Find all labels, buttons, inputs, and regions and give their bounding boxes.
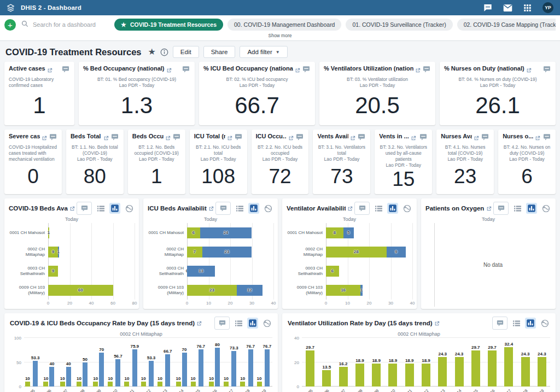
open-in-app-icon[interactable] (486, 204, 492, 214)
bar[interactable] (141, 382, 146, 387)
bar-group[interactable]: 24.3 (451, 338, 467, 387)
interpretation-chat-icon[interactable] (182, 65, 190, 75)
bar[interactable] (132, 349, 137, 387)
view-as-table-icon[interactable] (512, 203, 523, 214)
bar-group[interactable]: 18.9 (368, 338, 384, 387)
interpretation-chat-icon[interactable] (214, 317, 230, 330)
bar[interactable] (231, 351, 236, 387)
messages-icon[interactable] (503, 4, 512, 12)
bar-group[interactable]: 1075.9 (124, 338, 140, 387)
bar-group[interactable]: 1040 (57, 338, 74, 387)
bar[interactable] (257, 382, 262, 387)
view-as-table-icon[interactable] (511, 318, 522, 329)
bar-segment[interactable]: 23 (202, 247, 252, 258)
bar[interactable] (248, 349, 253, 387)
bar[interactable] (149, 361, 154, 387)
interpretation-chat-icon[interactable] (542, 133, 551, 143)
interpretation-chat-icon[interactable] (492, 317, 508, 330)
bar-segment[interactable]: 60 (48, 285, 113, 296)
bar-segment[interactable]: 23 (187, 285, 237, 296)
view-as-chart-icon[interactable] (248, 203, 259, 214)
bar[interactable] (322, 370, 331, 387)
interpretation-chat-icon[interactable] (481, 133, 489, 143)
view-as-chart-icon[interactable] (247, 318, 258, 329)
bar-segment[interactable]: 5 (343, 227, 354, 238)
interpretation-chat-icon[interactable] (77, 202, 92, 215)
bar-group[interactable]: 13.5 (318, 338, 335, 387)
bar[interactable] (191, 382, 196, 387)
bar[interactable] (438, 357, 447, 387)
interpretations-icon[interactable] (483, 3, 492, 12)
view-as-chart-icon[interactable] (387, 203, 398, 214)
dashboard-chip[interactable]: 00. COVID-19 Management Dashboard (228, 19, 341, 31)
interpretation-chat-icon[interactable] (302, 65, 311, 75)
open-in-app-icon[interactable] (295, 66, 300, 75)
bar[interactable] (83, 362, 88, 387)
open-in-app-icon[interactable] (526, 66, 532, 75)
bar[interactable] (405, 364, 414, 387)
bar[interactable] (521, 357, 530, 387)
open-in-app-icon[interactable] (208, 204, 214, 214)
interpretation-chat-icon[interactable] (419, 133, 428, 143)
bar-segment[interactable]: 12 (237, 285, 262, 296)
bar[interactable] (60, 382, 65, 387)
dhis2-logo-icon[interactable] (0, 3, 21, 13)
bar[interactable] (66, 367, 71, 387)
open-in-app-icon[interactable] (196, 319, 202, 329)
bar-segment[interactable]: 16 (326, 285, 360, 296)
view-as-table-icon[interactable] (373, 203, 384, 214)
search-input[interactable] (32, 21, 105, 28)
edit-button[interactable]: Edit (173, 46, 199, 58)
show-more-button[interactable]: Show more (0, 32, 560, 40)
bar-group[interactable]: 1076.7 (239, 338, 255, 387)
bar-group[interactable]: 24.3 (434, 338, 451, 387)
bar-group[interactable]: 18.9 (418, 338, 434, 387)
bar[interactable] (77, 382, 81, 387)
interpretation-chat-icon[interactable] (493, 202, 509, 215)
bar-segment[interactable]: 9 (48, 247, 58, 258)
interpretation-chat-icon[interactable] (357, 133, 366, 143)
bar-group[interactable]: 1070 (90, 338, 107, 387)
interpretation-chat-icon[interactable] (542, 65, 551, 75)
bar-group[interactable]: 1053.3 (24, 338, 40, 387)
bar-group[interactable]: 29.7 (484, 338, 500, 387)
bar-segment[interactable]: 9 (48, 266, 58, 277)
star-dashboard-icon[interactable]: ★ (148, 48, 156, 56)
bar[interactable] (199, 349, 203, 387)
view-as-map-icon[interactable] (401, 203, 412, 214)
avatar[interactable]: YP (542, 2, 553, 13)
dashboard-chip[interactable]: ★COVID-19 Treatment Resources (114, 19, 223, 31)
bar[interactable] (455, 357, 464, 387)
view-as-map-icon[interactable] (262, 203, 273, 214)
interpretation-chat-icon[interactable] (354, 202, 370, 215)
bar[interactable] (265, 349, 270, 387)
bar-segment[interactable]: 6 (326, 266, 339, 277)
view-as-table-icon[interactable] (233, 318, 244, 329)
interpretation-chat-icon[interactable] (172, 133, 181, 143)
open-in-app-icon[interactable] (411, 133, 416, 143)
bar-group[interactable]: 29.7 (302, 338, 318, 387)
view-as-map-icon[interactable] (540, 203, 551, 214)
info-icon[interactable] (160, 48, 168, 56)
open-in-app-icon[interactable] (347, 204, 353, 214)
new-dashboard-button[interactable]: + (4, 19, 16, 31)
bar-group[interactable]: 1066.7 (156, 338, 173, 387)
bar[interactable] (115, 359, 120, 387)
bar-segment[interactable]: 28 (326, 247, 387, 258)
interpretation-chat-icon[interactable] (110, 133, 119, 143)
bar[interactable] (108, 382, 113, 387)
open-in-app-icon[interactable] (350, 133, 355, 143)
open-in-app-icon[interactable] (415, 66, 421, 75)
open-in-app-icon[interactable] (227, 133, 232, 143)
bar-segment[interactable]: 13 (187, 266, 215, 277)
open-in-app-icon[interactable] (103, 133, 109, 143)
open-in-app-icon[interactable] (42, 133, 47, 143)
open-in-app-icon[interactable] (434, 319, 440, 329)
bar-group[interactable]: 1070 (173, 338, 189, 387)
open-in-app-icon[interactable] (288, 133, 294, 143)
view-as-map-icon[interactable] (261, 318, 272, 329)
view-as-chart-icon[interactable] (526, 203, 537, 214)
bar[interactable] (422, 364, 430, 387)
interpretation-chat-icon[interactable] (61, 65, 70, 75)
interpretation-chat-icon[interactable] (422, 65, 431, 75)
